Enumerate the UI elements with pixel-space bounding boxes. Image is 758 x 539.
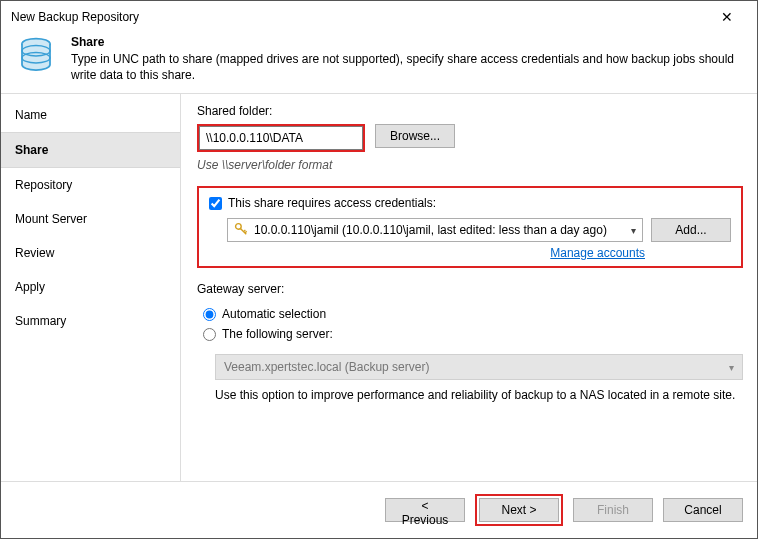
cancel-button[interactable]: Cancel bbox=[663, 498, 743, 522]
gateway-server-select: Veeam.xpertstec.local (Backup server) ▾ bbox=[215, 354, 743, 380]
next-button[interactable]: Next > bbox=[479, 498, 559, 522]
wizard-steps: Name Share Repository Mount Server Revie… bbox=[1, 94, 181, 481]
credentials-checkbox-label: This share requires access credentials: bbox=[228, 196, 436, 210]
browse-button[interactable]: Browse... bbox=[375, 124, 455, 148]
sidebar-item-share[interactable]: Share bbox=[1, 132, 180, 168]
page-description: Type in UNC path to share (mapped drives… bbox=[71, 51, 743, 83]
credentials-selected-value: 10.0.0.110\jamil (10.0.0.110\jamil, last… bbox=[254, 223, 607, 237]
sidebar-item-apply[interactable]: Apply bbox=[1, 270, 180, 304]
previous-button[interactable]: < Previous bbox=[385, 498, 465, 522]
page-title: Share bbox=[71, 35, 743, 49]
credentials-select[interactable]: 10.0.0.110\jamil (10.0.0.110\jamil, last… bbox=[227, 218, 643, 242]
radio-following-label: The following server: bbox=[222, 327, 333, 341]
window-title: New Backup Repository bbox=[11, 10, 139, 24]
chevron-down-icon: ▾ bbox=[631, 225, 636, 236]
sidebar-item-review[interactable]: Review bbox=[1, 236, 180, 270]
radio-following[interactable] bbox=[203, 328, 216, 341]
sidebar-item-summary[interactable]: Summary bbox=[1, 304, 180, 338]
manage-accounts-link[interactable]: Manage accounts bbox=[209, 246, 731, 260]
sidebar-item-mount-server[interactable]: Mount Server bbox=[1, 202, 180, 236]
credentials-checkbox-wrap[interactable]: This share requires access credentials: bbox=[209, 196, 731, 210]
key-icon bbox=[234, 222, 248, 239]
radio-automatic[interactable] bbox=[203, 308, 216, 321]
gateway-hint: Use this option to improve performance a… bbox=[215, 388, 743, 402]
close-icon[interactable]: ✕ bbox=[707, 7, 747, 27]
credentials-checkbox[interactable] bbox=[209, 197, 222, 210]
sidebar-item-repository[interactable]: Repository bbox=[1, 168, 180, 202]
finish-button: Finish bbox=[573, 498, 653, 522]
format-hint: Use \\server\folder format bbox=[197, 158, 743, 172]
radio-automatic-wrap[interactable]: Automatic selection bbox=[197, 304, 743, 324]
sidebar-item-name[interactable]: Name bbox=[1, 98, 180, 132]
gateway-label: Gateway server: bbox=[197, 282, 743, 296]
radio-automatic-label: Automatic selection bbox=[222, 307, 326, 321]
add-credentials-button[interactable]: Add... bbox=[651, 218, 731, 242]
gateway-server-value: Veeam.xpertstec.local (Backup server) bbox=[224, 360, 429, 374]
svg-point-3 bbox=[236, 223, 242, 229]
repository-icon bbox=[15, 35, 57, 80]
shared-folder-label: Shared folder: bbox=[197, 104, 743, 118]
shared-folder-input[interactable] bbox=[199, 126, 363, 150]
radio-following-wrap[interactable]: The following server: bbox=[197, 324, 743, 344]
chevron-down-icon: ▾ bbox=[729, 362, 734, 373]
